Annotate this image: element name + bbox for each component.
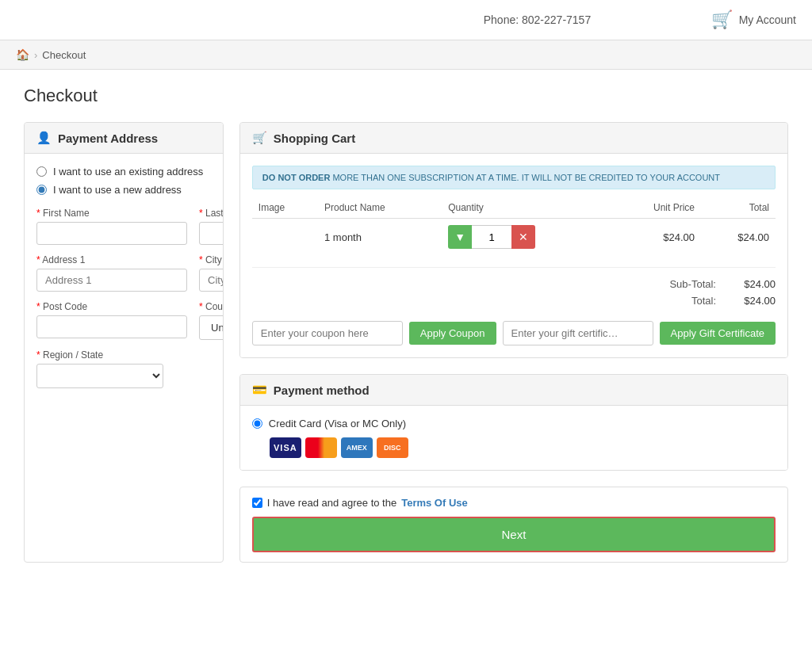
- postcode-country-row: * Post Code * Country United States Cana…: [36, 301, 211, 340]
- item-total: $24.00: [701, 219, 776, 256]
- payment-address-body: I want to use an existing address I want…: [25, 154, 223, 410]
- country-label: * Country: [199, 301, 224, 312]
- subtotal-row: Sub-Total: $24.00: [252, 276, 776, 292]
- discover-icon: DISC: [377, 437, 408, 458]
- col-product-name: Product Name: [318, 197, 442, 219]
- terms-checkbox[interactable]: [252, 498, 262, 508]
- city-group: * City: [199, 254, 224, 292]
- qty-remove-button[interactable]: ✕: [511, 225, 535, 249]
- region-select[interactable]: [36, 364, 163, 388]
- postcode-label: * Post Code: [36, 301, 187, 312]
- col-image: Image: [252, 197, 318, 219]
- cart-panel-icon: 🛒: [252, 131, 267, 145]
- page-title: Checkout: [24, 86, 788, 106]
- region-label: * Region / State: [36, 349, 211, 361]
- gift-certificate-input[interactable]: [503, 321, 653, 345]
- last-name-input[interactable]: [199, 222, 224, 245]
- radio-new-address[interactable]: I want to use a new address: [36, 184, 211, 196]
- radio-existing-address[interactable]: I want to use an existing address: [36, 166, 211, 177]
- account-label: My Account: [739, 13, 796, 26]
- first-name-label: * First Name: [36, 208, 187, 219]
- address1-group: * Address 1: [36, 254, 187, 292]
- apply-coupon-button[interactable]: Apply Coupon: [409, 322, 496, 345]
- total-label: Total:: [653, 295, 716, 307]
- amex-icon: AMEX: [341, 437, 373, 458]
- next-button[interactable]: Next: [252, 517, 776, 552]
- payment-method-panel: 💳 Payment method Credit Card (Visa or MC…: [239, 374, 788, 471]
- account-link[interactable]: 🛒 My Account: [711, 10, 796, 30]
- breadcrumb: 🏠 › Checkout: [0, 40, 812, 70]
- cart-notice: DO NOT ORDER MORE THAN ONE SUBSCRIPTION …: [252, 166, 776, 189]
- postcode-group: * Post Code: [36, 301, 187, 340]
- last-name-label: * Last Name: [199, 208, 224, 219]
- item-quantity: ▼ ✕: [442, 219, 610, 256]
- radio-new-input[interactable]: [36, 185, 47, 195]
- address1-input[interactable]: [36, 269, 187, 292]
- visa-icon: VISA: [270, 437, 301, 458]
- payment-method-header: 💳 Payment method: [240, 375, 787, 406]
- checkout-grid: 👤 Payment Address I want to use an exist…: [24, 122, 788, 563]
- apply-gift-button[interactable]: Apply Gift Certificate: [660, 322, 776, 345]
- city-label: * City: [199, 254, 224, 265]
- country-select[interactable]: United States Canada United Kingdom Aust…: [199, 315, 224, 340]
- col-unit-price: Unit Price: [610, 197, 701, 219]
- city-input[interactable]: [199, 269, 224, 292]
- phone-number: Phone: 802-227-7157: [363, 13, 710, 26]
- item-name: 1 month: [318, 219, 442, 256]
- total-row: Total: $24.00: [252, 292, 776, 309]
- qty-control: ▼ ✕: [448, 225, 603, 249]
- shopping-cart-panel: 🛒 Shopping Cart DO NOT ORDER MORE THAN O…: [239, 122, 788, 358]
- shopping-cart-header: 🛒 Shopping Cart: [240, 123, 787, 154]
- mastercard-icon: [305, 437, 337, 458]
- table-row: 1 month ▼ ✕ $24.00 $24.00: [252, 219, 776, 256]
- item-unit-price: $24.00: [610, 219, 701, 256]
- card-icons: VISA AMEX DISC: [270, 437, 776, 458]
- user-icon: 👤: [36, 131, 52, 145]
- payment-address-header: 👤 Payment Address: [25, 123, 223, 154]
- region-row: * Region / State: [36, 349, 211, 388]
- breadcrumb-checkout: Checkout: [42, 49, 86, 61]
- terms-section: I have read and agree to the Terms Of Us…: [239, 487, 788, 563]
- coupon-row: Apply Coupon Apply Gift Certificate: [252, 321, 776, 345]
- address-city-row: * Address 1 * City: [36, 254, 211, 292]
- col-quantity: Quantity: [442, 197, 610, 219]
- cart-table: Image Product Name Quantity Unit Price T…: [252, 197, 776, 255]
- page-content: Checkout 👤 Payment Address I want to use…: [0, 70, 812, 578]
- col-total: Total: [701, 197, 776, 219]
- breadcrumb-home-icon[interactable]: 🏠: [16, 48, 29, 61]
- radio-existing-input[interactable]: [36, 166, 47, 177]
- qty-input[interactable]: [472, 225, 511, 249]
- payment-address-panel: 👤 Payment Address I want to use an exist…: [24, 122, 224, 563]
- subtotal-value: $24.00: [728, 278, 776, 290]
- country-group: * Country United States Canada United Ki…: [199, 301, 224, 340]
- last-name-group: * Last Name: [199, 208, 224, 245]
- right-column: 🛒 Shopping Cart DO NOT ORDER MORE THAN O…: [239, 122, 788, 563]
- name-row: * First Name * Last Name: [36, 208, 211, 245]
- credit-card-radio[interactable]: [252, 418, 262, 429]
- address1-label: * Address 1: [36, 254, 187, 265]
- terms-text: I have read and agree to the Terms Of Us…: [252, 497, 776, 509]
- header: Phone: 802-227-7157 🛒 My Account: [0, 0, 812, 40]
- payment-method-body: Credit Card (Visa or MC Only) VISA AMEX …: [240, 406, 787, 470]
- postcode-input[interactable]: [36, 315, 187, 338]
- address-radio-group: I want to use an existing address I want…: [36, 166, 211, 196]
- terms-link[interactable]: Terms Of Use: [401, 497, 468, 509]
- qty-decrease-button[interactable]: ▼: [448, 225, 472, 249]
- item-image: [252, 219, 318, 256]
- breadcrumb-separator: ›: [34, 49, 37, 61]
- total-value: $24.00: [728, 295, 776, 307]
- credit-card-icon: 💳: [252, 383, 267, 397]
- first-name-group: * First Name: [36, 208, 187, 245]
- notice-strong: DO NOT ORDER: [262, 173, 331, 182]
- subtotal-label: Sub-Total:: [653, 278, 716, 290]
- coupon-input[interactable]: [252, 321, 403, 345]
- cart-icon: 🛒: [711, 10, 733, 30]
- cart-totals: Sub-Total: $24.00 Total: $24.00: [252, 276, 776, 309]
- shopping-cart-body: DO NOT ORDER MORE THAN ONE SUBSCRIPTION …: [240, 154, 787, 357]
- first-name-input[interactable]: [36, 222, 187, 245]
- region-group: * Region / State: [36, 349, 211, 388]
- credit-card-option[interactable]: Credit Card (Visa or MC Only): [252, 418, 776, 429]
